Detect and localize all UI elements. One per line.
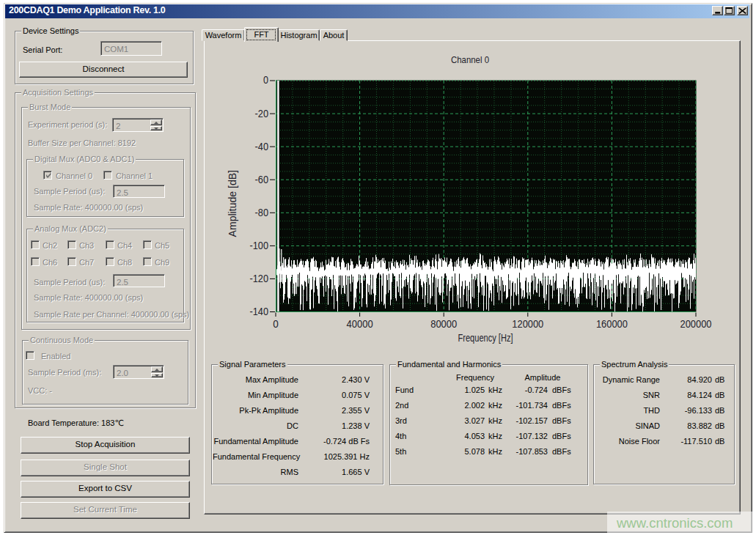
svg-text:-100: -100 (250, 239, 269, 251)
svg-text:-140: -140 (250, 305, 269, 317)
svg-text:160000: 160000 (596, 317, 628, 330)
svg-text:Channel 0: Channel 0 (451, 54, 489, 65)
svg-text:-120: -120 (250, 272, 269, 284)
svg-text:0: 0 (273, 317, 279, 330)
svg-text:Frequency [Hz]: Frequency [Hz] (458, 332, 513, 344)
svg-text:120000: 120000 (512, 317, 543, 330)
svg-text:40000: 40000 (347, 317, 373, 330)
svg-text:-80: -80 (255, 206, 269, 218)
svg-text:Amplitude [dB]: Amplitude [dB] (227, 170, 238, 237)
svg-text:-60: -60 (255, 173, 269, 185)
svg-text:200000: 200000 (680, 317, 712, 330)
svg-text:80000: 80000 (430, 317, 457, 330)
svg-text:-40: -40 (255, 140, 269, 152)
svg-text:-20: -20 (255, 107, 269, 119)
svg-text:0: 0 (263, 73, 268, 86)
